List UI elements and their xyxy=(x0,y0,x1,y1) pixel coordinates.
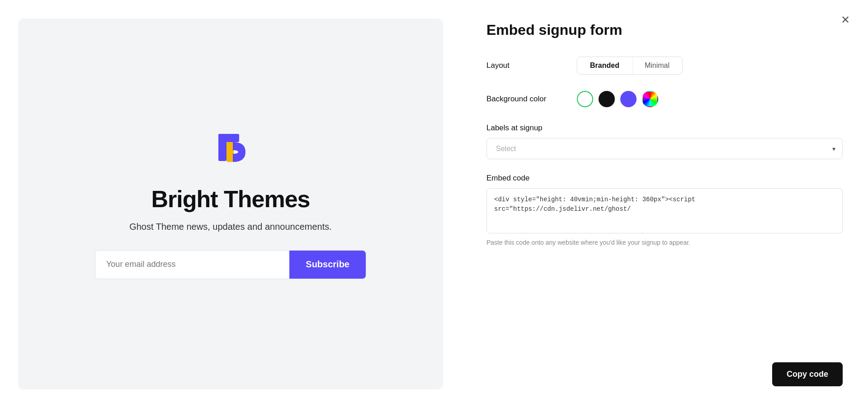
labels-section: Labels at signup Select ▾ xyxy=(486,123,843,159)
layout-minimal-button[interactable]: Minimal xyxy=(632,57,682,74)
background-color-row: Background color xyxy=(486,91,843,107)
layout-branded-button[interactable]: Branded xyxy=(577,57,632,74)
color-options xyxy=(577,91,658,107)
embed-code-textarea[interactable] xyxy=(486,188,843,233)
subscribe-form: Subscribe xyxy=(95,250,366,279)
embed-code-section: Embed code Paste this code onto any webs… xyxy=(486,174,843,247)
embed-hint: Paste this code onto any website where y… xyxy=(486,238,843,247)
embed-code-label: Embed code xyxy=(486,174,843,183)
settings-panel: ✕ Embed signup form Layout Branded Minim… xyxy=(461,0,868,408)
panel-title: Embed signup form xyxy=(486,22,843,38)
color-transparent-swatch[interactable] xyxy=(577,91,593,107)
color-rainbow-swatch[interactable] xyxy=(642,91,658,107)
subscribe-button[interactable]: Subscribe xyxy=(289,251,366,279)
settings-content: Layout Branded Minimal Background color … xyxy=(486,57,843,386)
color-purple-swatch[interactable] xyxy=(620,91,637,107)
preview-panel: Bright Themes Ghost Theme news, updates … xyxy=(0,0,461,408)
close-button[interactable]: ✕ xyxy=(841,14,850,25)
layout-toggle: Branded Minimal xyxy=(577,57,683,75)
copy-code-button[interactable]: Copy code xyxy=(772,362,843,386)
labels-label: Labels at signup xyxy=(486,123,843,133)
layout-row: Layout Branded Minimal xyxy=(486,57,843,75)
svg-rect-2 xyxy=(226,142,234,162)
color-black-swatch[interactable] xyxy=(599,91,615,107)
labels-select[interactable]: Select xyxy=(486,138,843,159)
email-input[interactable] xyxy=(95,251,289,279)
background-color-label: Background color xyxy=(486,95,577,104)
brand-logo xyxy=(210,129,251,170)
layout-label: Layout xyxy=(486,61,577,70)
preview-title: Bright Themes xyxy=(151,185,310,213)
logo-container xyxy=(210,129,251,172)
preview-subtitle: Ghost Theme news, updates and announceme… xyxy=(129,222,332,232)
preview-card: Bright Themes Ghost Theme news, updates … xyxy=(18,19,443,389)
labels-select-wrapper: Select ▾ xyxy=(486,138,843,159)
svg-rect-1 xyxy=(218,134,239,142)
